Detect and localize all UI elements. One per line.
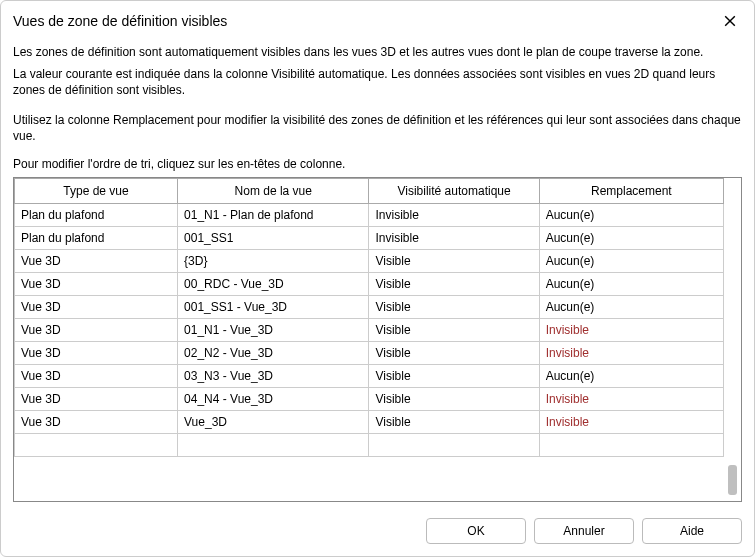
table-row[interactable]: Vue 3D00_RDC - Vue_3DVisibleAucun(e) <box>15 272 724 295</box>
cell-view-name: Vue_3D <box>178 410 369 433</box>
close-icon <box>724 15 736 27</box>
cell-replacement: Aucun(e) <box>539 295 723 318</box>
cell-auto-visibility: Visible <box>369 364 539 387</box>
col-header-auto-visibility[interactable]: Visibilité automatique <box>369 178 539 203</box>
cell-auto-visibility: Invisible <box>369 226 539 249</box>
cell-replacement: Aucun(e) <box>539 226 723 249</box>
help-button[interactable]: Aide <box>642 518 742 544</box>
cancel-button[interactable]: Annuler <box>534 518 634 544</box>
cell-view-name: 02_N2 - Vue_3D <box>178 341 369 364</box>
cell-view-name <box>178 433 369 456</box>
cell-auto-visibility: Visible <box>369 295 539 318</box>
cell-auto-visibility <box>369 433 539 456</box>
sort-note: Pour modifier l'ordre de tri, cliquez su… <box>13 157 742 171</box>
description-paragraph-3: Utilisez la colonne Remplacement pour mo… <box>13 112 742 144</box>
views-table: Type de vue Nom de la vue Visibilité aut… <box>14 178 724 457</box>
cell-replacement: Invisible <box>539 318 723 341</box>
ok-button[interactable]: OK <box>426 518 526 544</box>
cell-replacement: Aucun(e) <box>539 272 723 295</box>
cell-view-name: 001_SS1 - Vue_3D <box>178 295 369 318</box>
cell-view-name: 001_SS1 <box>178 226 369 249</box>
cell-replacement <box>539 433 723 456</box>
cell-replacement: Aucun(e) <box>539 364 723 387</box>
description-paragraph-1: Les zones de définition sont automatique… <box>13 44 742 60</box>
close-button[interactable] <box>716 9 744 33</box>
cell-view-name: 01_N1 - Plan de plafond <box>178 203 369 226</box>
cell-view-type: Vue 3D <box>15 295 178 318</box>
dialog-footer: OK Annuler Aide <box>1 508 754 556</box>
description-paragraph-2: La valeur courante est indiquée dans la … <box>13 66 742 98</box>
cell-replacement: Invisible <box>539 387 723 410</box>
col-header-view-name[interactable]: Nom de la vue <box>178 178 369 203</box>
cell-auto-visibility: Visible <box>369 410 539 433</box>
cell-view-name: 04_N4 - Vue_3D <box>178 387 369 410</box>
cell-auto-visibility: Visible <box>369 272 539 295</box>
table-row[interactable]: Plan du plafond001_SS1InvisibleAucun(e) <box>15 226 724 249</box>
col-header-view-type[interactable]: Type de vue <box>15 178 178 203</box>
table-header-row: Type de vue Nom de la vue Visibilité aut… <box>15 178 724 203</box>
cell-view-name: 01_N1 - Vue_3D <box>178 318 369 341</box>
dialog-content: Les zones de définition sont automatique… <box>1 39 754 508</box>
cell-view-type: Vue 3D <box>15 341 178 364</box>
vertical-scrollbar[interactable] <box>724 178 741 501</box>
table-row[interactable] <box>15 433 724 456</box>
table-row[interactable]: Plan du plafond01_N1 - Plan de plafondIn… <box>15 203 724 226</box>
cell-auto-visibility: Visible <box>369 387 539 410</box>
table-row[interactable]: Vue 3D{3D}VisibleAucun(e) <box>15 249 724 272</box>
table-row[interactable]: Vue 3D02_N2 - Vue_3DVisibleInvisible <box>15 341 724 364</box>
window-title: Vues de zone de définition visibles <box>13 13 227 29</box>
table-row[interactable]: Vue 3D03_N3 - Vue_3DVisibleAucun(e) <box>15 364 724 387</box>
cell-auto-visibility: Invisible <box>369 203 539 226</box>
cell-view-type: Plan du plafond <box>15 203 178 226</box>
cell-replacement: Aucun(e) <box>539 203 723 226</box>
title-bar: Vues de zone de définition visibles <box>1 1 754 39</box>
table-row[interactable]: Vue 3DVue_3DVisibleInvisible <box>15 410 724 433</box>
cell-view-type: Vue 3D <box>15 364 178 387</box>
cell-view-type <box>15 433 178 456</box>
table-row[interactable]: Vue 3D01_N1 - Vue_3DVisibleInvisible <box>15 318 724 341</box>
cell-replacement: Aucun(e) <box>539 249 723 272</box>
cell-replacement: Invisible <box>539 341 723 364</box>
table-row[interactable]: Vue 3D001_SS1 - Vue_3DVisibleAucun(e) <box>15 295 724 318</box>
col-header-replacement[interactable]: Remplacement <box>539 178 723 203</box>
scrollbar-thumb[interactable] <box>728 465 737 495</box>
cell-view-type: Vue 3D <box>15 272 178 295</box>
cell-view-type: Plan du plafond <box>15 226 178 249</box>
cell-view-name: {3D} <box>178 249 369 272</box>
cell-view-type: Vue 3D <box>15 387 178 410</box>
cell-auto-visibility: Visible <box>369 318 539 341</box>
cell-view-name: 03_N3 - Vue_3D <box>178 364 369 387</box>
table-row[interactable]: Vue 3D04_N4 - Vue_3DVisibleInvisible <box>15 387 724 410</box>
cell-view-type: Vue 3D <box>15 410 178 433</box>
cell-auto-visibility: Visible <box>369 249 539 272</box>
cell-auto-visibility: Visible <box>369 341 539 364</box>
views-table-wrapper: Type de vue Nom de la vue Visibilité aut… <box>13 177 742 502</box>
cell-view-type: Vue 3D <box>15 318 178 341</box>
cell-replacement: Invisible <box>539 410 723 433</box>
cell-view-type: Vue 3D <box>15 249 178 272</box>
cell-view-name: 00_RDC - Vue_3D <box>178 272 369 295</box>
